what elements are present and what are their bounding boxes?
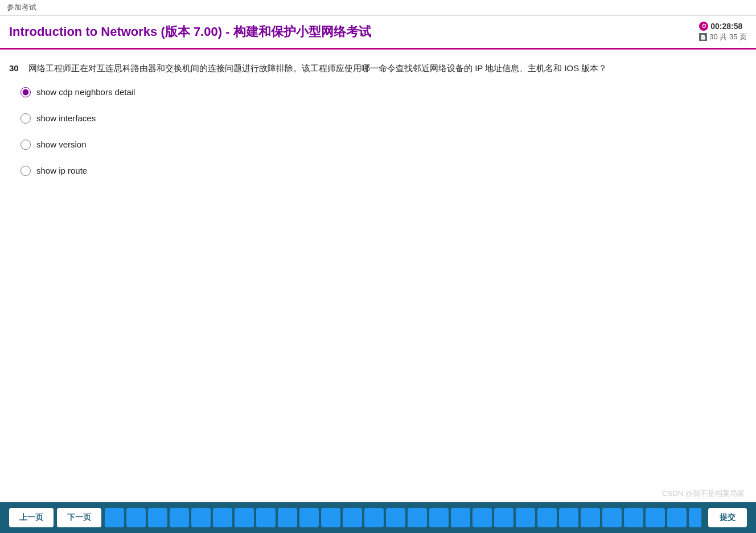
- option-3-label: show version: [36, 140, 87, 149]
- page-dot-19[interactable]: [494, 508, 513, 527]
- page-dot-8[interactable]: [256, 508, 276, 527]
- option-4-radio[interactable]: [20, 166, 31, 176]
- page-dot-22[interactable]: [559, 508, 578, 527]
- top-bar-label: 参加考试: [7, 3, 36, 11]
- page-dot-17[interactable]: [451, 508, 470, 527]
- page-dot-23[interactable]: [581, 508, 600, 527]
- timer-display: ⏱ 00:28:58: [699, 22, 747, 31]
- clock-icon: ⏱: [699, 22, 708, 31]
- page-dot-21[interactable]: [537, 508, 557, 527]
- content-area: 30 网络工程师正在对互连思科路由器和交换机间的连接问题进行故障排除。该工程师应…: [0, 50, 756, 482]
- option-1-radio[interactable]: [20, 87, 31, 97]
- page-dot-4[interactable]: [170, 508, 189, 527]
- page-dot-6[interactable]: [213, 508, 232, 527]
- option-3-radio[interactable]: [20, 140, 31, 150]
- option-2-label: show interfaces: [36, 113, 96, 123]
- option-1[interactable]: show cdp neighbors detail: [20, 87, 747, 97]
- page-dots-container: [105, 508, 701, 527]
- next-button[interactable]: 下一页: [57, 508, 101, 527]
- question-text: 30 网络工程师正在对互连思科路由器和交换机间的连接问题进行故障排除。该工程师应…: [9, 61, 747, 76]
- page-dot-2[interactable]: [126, 508, 146, 527]
- options-list: show cdp neighbors detail show interface…: [9, 87, 747, 176]
- page-dot-10[interactable]: [299, 508, 319, 527]
- submit-button[interactable]: 提交: [708, 508, 747, 527]
- option-3[interactable]: show version: [20, 140, 747, 150]
- page-icon: 📄: [699, 33, 707, 41]
- page-dot-20[interactable]: [516, 508, 535, 527]
- page-dot-9[interactable]: [278, 508, 297, 527]
- page-dot-3[interactable]: [148, 508, 167, 527]
- prev-button[interactable]: 上一页: [9, 508, 54, 527]
- header: Introduction to Networks (版本 7.00) - 构建和…: [0, 16, 756, 50]
- page-dot-1[interactable]: [105, 508, 124, 527]
- page-dot-14[interactable]: [386, 508, 405, 527]
- question-body: 网络工程师正在对互连思科路由器和交换机间的连接问题进行故障排除。该工程师应使用哪…: [28, 61, 607, 76]
- page-dot-15[interactable]: [408, 508, 427, 527]
- exam-title: Introduction to Networks (版本 7.00) - 构建和…: [9, 23, 371, 40]
- timer-value: 00:28:58: [710, 22, 742, 31]
- bottom-nav-bar: 上一页 下一页: [0, 502, 756, 533]
- page-dot-11[interactable]: [321, 508, 340, 527]
- option-1-label: show cdp neighbors detail: [36, 87, 135, 97]
- page-dot-12[interactable]: [343, 508, 362, 527]
- page-info: 📄 30 共 35 页: [699, 32, 747, 42]
- page-dot-18[interactable]: [472, 508, 492, 527]
- page-dot-16[interactable]: [429, 508, 449, 527]
- page-dot-26[interactable]: [646, 508, 665, 527]
- option-4[interactable]: show ip route: [20, 166, 747, 176]
- csdn-watermark: CSDN @我不是档案局家: [662, 489, 745, 499]
- page-dot-24[interactable]: [602, 508, 622, 527]
- question-block: 30 网络工程师正在对互连思科路由器和交换机间的连接问题进行故障排除。该工程师应…: [9, 61, 747, 176]
- page-dot-7[interactable]: [235, 508, 254, 527]
- page-dot-27[interactable]: [667, 508, 687, 527]
- page-dot-25[interactable]: [624, 508, 643, 527]
- page-info-value: 30 共 35 页: [709, 32, 747, 42]
- page-dot-28[interactable]: [689, 508, 701, 527]
- option-2[interactable]: show interfaces: [20, 113, 747, 124]
- question-number: 30: [9, 61, 23, 76]
- option-2-radio[interactable]: [20, 113, 31, 124]
- top-bar: 参加考试: [0, 0, 756, 15]
- header-meta: ⏱ 00:28:58 📄 30 共 35 页: [699, 22, 747, 42]
- page-dot-5[interactable]: [191, 508, 211, 527]
- page-dot-13[interactable]: [364, 508, 384, 527]
- option-4-label: show ip route: [36, 166, 87, 175]
